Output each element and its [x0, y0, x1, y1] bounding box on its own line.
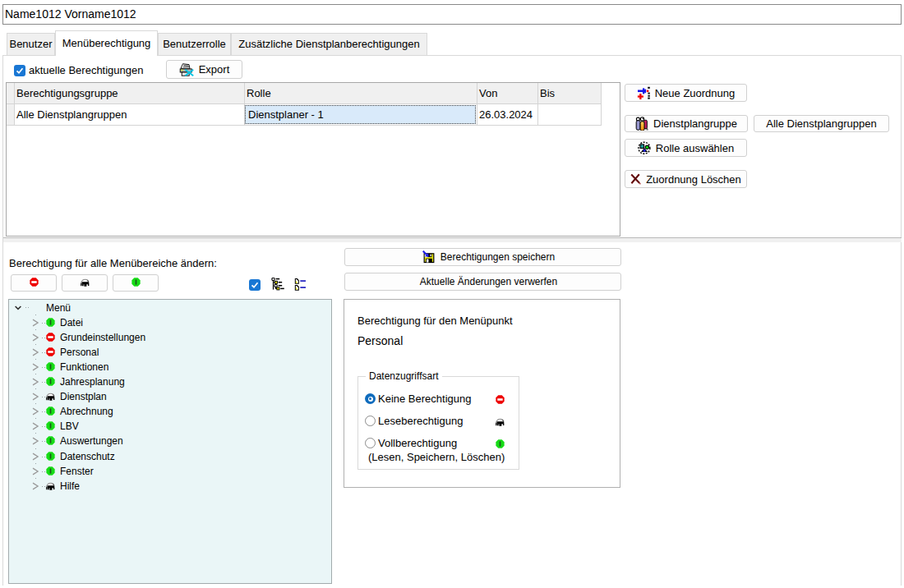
- grid-row-line: [7, 125, 601, 126]
- discard-changes-button[interactable]: Aktuelle Änderungen verwerfen: [344, 273, 621, 291]
- set-all-full-button[interactable]: [113, 274, 159, 292]
- current-permissions-checkbox[interactable]: [14, 65, 25, 76]
- radio-leseberechtigung[interactable]: Leseberechtigung: [365, 416, 463, 426]
- cell-rolle[interactable]: Dienstplaner - 1: [248, 104, 324, 125]
- full-permission-icon: [46, 466, 55, 478]
- full-permission-icon: [496, 439, 505, 451]
- button-alle-dienstplangruppen[interactable]: Alle Dienstplangruppen: [754, 115, 889, 132]
- chevron-right-icon[interactable]: [31, 406, 39, 418]
- tree-connector-dot: [35, 388, 36, 389]
- tab-benutzer[interactable]: Benutzer: [7, 33, 55, 55]
- column-header-bis[interactable]: Bis: [540, 83, 598, 104]
- radio-vollberechtigung[interactable]: Vollberechtigung: [365, 438, 457, 448]
- tree-item-abrechnung[interactable]: Abrechnung: [9, 404, 113, 419]
- tree-connector-dot: [44, 486, 45, 487]
- button-zuordnung-l-schen[interactable]: Zuordnung Löschen: [625, 170, 747, 188]
- chevron-right-icon[interactable]: [31, 391, 39, 403]
- set-all-read-button[interactable]: [62, 274, 108, 292]
- save-icon: [422, 250, 436, 264]
- grid-column-line: [537, 83, 538, 126]
- tree-connector-dot: [42, 352, 43, 353]
- tree-connector-dot: [42, 323, 43, 324]
- tree-item-personal[interactable]: Personal: [9, 345, 99, 360]
- chevron-right-icon[interactable]: [31, 420, 39, 433]
- radio-keine-berechtigung[interactable]: Keine Berechtigung: [365, 393, 471, 404]
- name-field[interactable]: Name1012 Vorname1012: [2, 4, 902, 25]
- row-header[interactable]: [7, 104, 14, 126]
- radio-circle[interactable]: [365, 438, 376, 448]
- list-view-icon[interactable]: [294, 278, 307, 293]
- cell-von[interactable]: 26.03.2024: [479, 104, 533, 125]
- delete-x-icon: [630, 173, 641, 185]
- radio-circle[interactable]: [365, 416, 376, 426]
- export-button[interactable]: Export: [166, 60, 242, 79]
- tree-root[interactable]: Menü: [9, 301, 71, 315]
- tree-connector-dot: [44, 471, 45, 472]
- tree-connector-dot: [42, 441, 43, 442]
- tab-zus-tzliche-dienstplanberechtigungen[interactable]: Zusätzliche Dienstplanberechtigungen: [231, 33, 427, 55]
- tree-connector-dot: [44, 457, 45, 457]
- chevron-right-icon[interactable]: [31, 466, 39, 478]
- tree-connector-dot: [35, 344, 36, 345]
- read-permission-icon: [46, 391, 55, 403]
- tree-connector-dot: [25, 307, 26, 308]
- chevron-right-icon[interactable]: [31, 347, 39, 359]
- current-permissions-label: aktuelle Berechtigungen: [29, 65, 144, 76]
- tab-men-berechtigung[interactable]: Menüberechtigung: [55, 30, 158, 56]
- read-permission-icon: [46, 480, 55, 493]
- tree-item-datei[interactable]: Datei: [9, 315, 83, 330]
- tab-pane-border-right: [901, 55, 902, 586]
- tree-connector-dot: [35, 433, 36, 434]
- tree-item-funktionen[interactable]: Funktionen: [9, 360, 108, 374]
- column-header-von[interactable]: Von: [479, 83, 535, 104]
- chevron-right-icon[interactable]: [31, 451, 39, 463]
- full-permission-icon: [46, 317, 55, 329]
- tree-item-auswertungen[interactable]: Auswertungen: [9, 434, 123, 448]
- chevron-right-icon[interactable]: [31, 435, 39, 448]
- chevron-right-icon[interactable]: [31, 376, 39, 388]
- column-header-rolle[interactable]: Rolle: [247, 83, 474, 104]
- tree-connector-dot: [42, 411, 43, 412]
- set-all-none-button[interactable]: [11, 274, 57, 292]
- printer-export-icon: [179, 63, 194, 76]
- tree-view-icon[interactable]: [271, 278, 285, 293]
- radio-circle[interactable]: [365, 393, 376, 404]
- tree-root-label: Menü: [46, 302, 71, 314]
- tree-item-datenschutz[interactable]: Datenschutz: [9, 449, 115, 464]
- tree-item-fenster[interactable]: Fenster: [9, 464, 94, 479]
- assignments-table[interactable]: BerechtigungsgruppeRolleVonBisAlle Diens…: [6, 82, 620, 237]
- new-assignment-icon: [637, 86, 650, 99]
- tab-pane-border-left: [2, 55, 3, 586]
- tree-connector-dot: [35, 329, 36, 330]
- data-access-groupbox: Datenzugriffsart Keine Berechtigung Lese…: [357, 376, 519, 470]
- chevron-right-icon[interactable]: [31, 317, 39, 329]
- tree-item-dienstplan[interactable]: Dienstplan: [9, 389, 107, 404]
- tree-connector-dot: [44, 367, 45, 368]
- no-permission-icon: [46, 347, 55, 359]
- column-header-berechtigungsgruppe[interactable]: Berechtigungsgruppe: [16, 83, 242, 104]
- tree-connector-dot: [35, 374, 36, 374]
- tree-item-grundeinstellungen[interactable]: Grundeinstellungen: [9, 330, 145, 345]
- read-permission-icon: [81, 277, 90, 289]
- tab-benutzerrolle[interactable]: Benutzerrolle: [158, 33, 231, 55]
- button-neue-zuordnung[interactable]: Neue Zuordnung: [625, 84, 747, 102]
- grid-column-line: [601, 83, 602, 126]
- tree-connector-dot: [42, 457, 43, 457]
- tree-item-jahresplanung[interactable]: Jahresplanung: [9, 374, 125, 389]
- button-dienstplangruppe[interactable]: Dienstplangruppe: [625, 115, 748, 132]
- menu-tree[interactable]: Menü Datei Grundeinstellungen Personal F…: [8, 299, 332, 584]
- chevron-right-icon[interactable]: [31, 480, 39, 493]
- cell-berechtigungsgruppe[interactable]: Alle Dienstplangruppen: [16, 104, 127, 125]
- no-permission-icon: [496, 394, 505, 407]
- full-permission-icon: [46, 406, 55, 418]
- save-permissions-button[interactable]: Berechtigungen speichern: [344, 248, 621, 266]
- tree-connector-dot: [35, 359, 36, 360]
- button-rolle-ausw-hlen[interactable]: Rolle auswählen: [625, 139, 747, 157]
- tree-filter-checkbox[interactable]: [249, 279, 261, 291]
- tree-connector-dot: [35, 418, 36, 419]
- chevron-down-icon[interactable]: [14, 302, 22, 315]
- chevron-right-icon[interactable]: [31, 361, 39, 374]
- tree-connector-dot: [44, 441, 45, 442]
- grid-column-line: [14, 83, 15, 126]
- chevron-right-icon[interactable]: [31, 332, 39, 344]
